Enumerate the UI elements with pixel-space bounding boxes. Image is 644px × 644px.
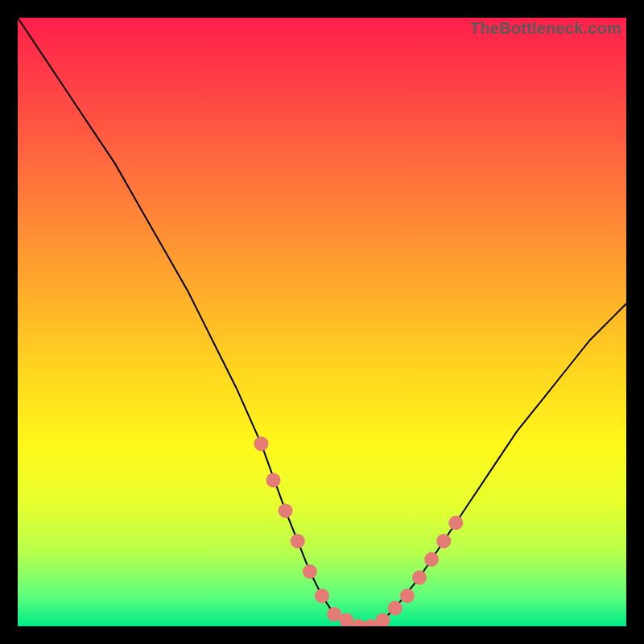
plot-area: TheBottleneck.com <box>18 18 626 626</box>
data-dot <box>436 534 451 548</box>
bottleneck-curve <box>18 18 626 626</box>
data-dot <box>424 552 439 567</box>
data-dots-group <box>254 436 463 626</box>
data-dot <box>279 503 293 518</box>
data-dot <box>303 564 317 579</box>
data-dot <box>266 473 281 488</box>
data-dot <box>388 601 402 615</box>
data-dot <box>412 571 427 585</box>
chart-frame: TheBottleneck.com <box>0 0 644 644</box>
data-dot <box>291 534 305 548</box>
data-dot <box>315 588 329 603</box>
data-dot <box>254 436 268 451</box>
chart-svg <box>18 18 626 626</box>
data-dot <box>448 516 463 530</box>
data-dot <box>400 588 415 603</box>
